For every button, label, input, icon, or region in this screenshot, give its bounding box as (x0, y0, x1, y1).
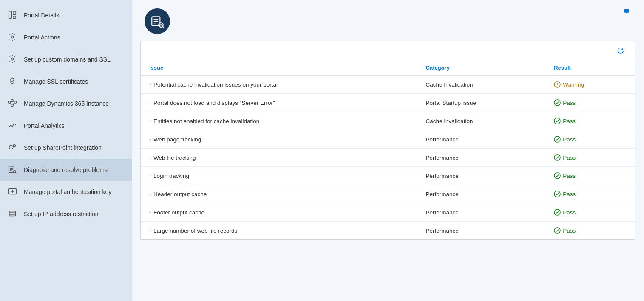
expand-chevron-1[interactable]: › (149, 100, 151, 106)
svg-point-40 (557, 86, 558, 87)
result-cell-3: Pass (545, 130, 635, 149)
pass-icon-7 (554, 209, 561, 216)
expand-chevron-8[interactable]: › (149, 228, 151, 233)
result-cell-5: Pass (545, 167, 635, 185)
svg-line-22 (15, 172, 16, 173)
expand-chevron-7[interactable]: › (149, 209, 151, 215)
sidebar-item-portal-actions[interactable]: Portal Actions (0, 26, 132, 48)
sidebar-item-label-sharepoint-integration: Set up SharePoint integration (24, 144, 102, 152)
warning-icon-0 (554, 81, 561, 88)
main-content: IssueCategoryResult ›Potential cache inv… (132, 0, 644, 301)
contact-support-link[interactable] (624, 8, 631, 14)
category-cell-6: Performance (417, 185, 546, 203)
expand-chevron-6[interactable]: › (149, 191, 151, 197)
sidebar-item-custom-domains[interactable]: Set up custom domains and SSL (0, 48, 132, 70)
sidebar-item-label-dynamics-instance: Manage Dynamics 365 Instance (24, 100, 109, 107)
svg-rect-6 (9, 101, 11, 103)
pass-icon-6 (554, 191, 561, 197)
svg-rect-2 (13, 16, 16, 19)
result-cell-6: Pass (545, 185, 635, 203)
issue-text-3: Web page tracking (153, 136, 201, 143)
category-cell-4: Performance (417, 149, 546, 167)
sidebar-item-label-ip-restriction: Set up IP address restriction (24, 210, 99, 218)
sidebar-item-diagnose[interactable]: Diagnose and resolve problems (0, 159, 132, 181)
expand-chevron-2[interactable]: › (149, 118, 151, 124)
gear-icon (8, 54, 18, 65)
svg-line-35 (162, 26, 164, 28)
issue-cell-2: ›Entities not enabled for cache invalida… (141, 112, 417, 130)
sidebar-item-portal-analytics[interactable]: Portal Analytics (0, 115, 132, 137)
sidebar-item-label-portal-analytics: Portal Analytics (24, 122, 65, 129)
category-cell-3: Performance (417, 130, 546, 149)
issue-cell-1: ›Portal does not load and displays "Serv… (141, 94, 417, 112)
category-cell-8: Performance (417, 222, 546, 240)
refresh-icon (617, 47, 624, 54)
svg-rect-0 (9, 11, 11, 19)
table-row: ›Web page trackingPerformance Pass (141, 130, 635, 149)
issue-cell-0: ›Potential cache invalidation issues on … (141, 76, 417, 94)
svg-point-5 (11, 78, 14, 81)
expand-chevron-0[interactable]: › (149, 82, 151, 87)
result-cell-4: Pass (545, 149, 635, 167)
col-header-result: Result (545, 60, 635, 76)
sidebar-item-sharepoint-integration[interactable]: Set up SharePoint integration (0, 137, 132, 159)
svg-point-3 (11, 36, 14, 38)
table-row: ›Potential cache invalidation issues on … (141, 76, 635, 94)
message-icon (624, 8, 630, 14)
result-cell-0: Warning (545, 76, 635, 94)
key-icon (8, 187, 18, 197)
issue-text-1: Portal does not load and displays "Serve… (153, 100, 275, 106)
issue-text-4: Web file tracking (153, 155, 196, 161)
sidebar-item-label-portal-actions: Portal Actions (24, 34, 60, 41)
expand-chevron-4[interactable]: › (149, 155, 151, 160)
diagnostic-panel: IssueCategoryResult ›Potential cache inv… (140, 41, 635, 240)
issue-text-2: Entities not enabled for cache invalidat… (153, 118, 259, 124)
issue-cell-5: ›Login tracking (141, 167, 417, 185)
svg-line-11 (10, 102, 11, 105)
table-header: IssueCategoryResult (141, 60, 635, 76)
svg-rect-26 (9, 211, 16, 216)
issue-cell-6: ›Header output cache (141, 185, 417, 203)
sidebar-item-portal-details[interactable]: Portal Details (0, 4, 132, 26)
diagnostic-tool-icon (150, 14, 165, 28)
sidebar-item-label-portal-details: Portal Details (24, 11, 59, 19)
sidebar-item-dynamics-instance[interactable]: Manage Dynamics 365 Instance (0, 93, 132, 115)
svg-line-16 (13, 146, 13, 147)
table-row: ›Portal does not load and displays "Serv… (141, 94, 635, 112)
sidebar-item-ip-restriction[interactable]: Set up IP address restriction (0, 203, 132, 225)
expand-chevron-5[interactable]: › (149, 173, 151, 179)
category-cell-0: Cache Invalidation (417, 76, 546, 94)
issue-cell-8: ›Large number of web file records (141, 222, 417, 240)
result-cell-7: Pass (545, 203, 635, 222)
certificate-icon (8, 76, 18, 87)
svg-line-12 (13, 101, 14, 102)
result-pass-2: Pass (554, 118, 627, 124)
issue-cell-3: ›Web page tracking (141, 130, 417, 149)
diagnose-icon (8, 165, 18, 175)
expand-chevron-3[interactable]: › (149, 136, 151, 142)
issue-text-5: Login tracking (153, 173, 189, 179)
pass-icon-3 (554, 136, 561, 143)
category-cell-2: Cache Invalidation (417, 112, 546, 130)
diagnostic-tool-icon-circle (145, 8, 170, 34)
svg-rect-7 (11, 100, 13, 102)
col-header-issue: Issue (141, 60, 417, 76)
result-pass-1: Pass (554, 99, 627, 106)
main-header (132, 0, 644, 41)
sidebar-item-label-diagnose: Diagnose and resolve problems (24, 166, 108, 174)
svg-point-4 (11, 58, 14, 60)
network-icon (8, 98, 18, 109)
sidebar-item-ssl-certificates[interactable]: Manage SSL certificates (0, 70, 132, 93)
ip-icon (8, 209, 18, 219)
columns-icon (8, 10, 18, 20)
svg-rect-8 (11, 104, 13, 107)
pass-icon-5 (554, 172, 561, 179)
refresh-button[interactable] (617, 47, 627, 54)
sidebar-item-auth-key[interactable]: Manage portal authentication key (0, 181, 132, 203)
pass-icon-1 (554, 99, 561, 106)
issue-text-7: Footer output cache (153, 209, 204, 216)
pass-icon-8 (554, 227, 561, 234)
table-row: ›Footer output cachePerformance Pass (141, 203, 635, 222)
panel-header (141, 41, 635, 60)
table-row: ›Login trackingPerformance Pass (141, 167, 635, 185)
